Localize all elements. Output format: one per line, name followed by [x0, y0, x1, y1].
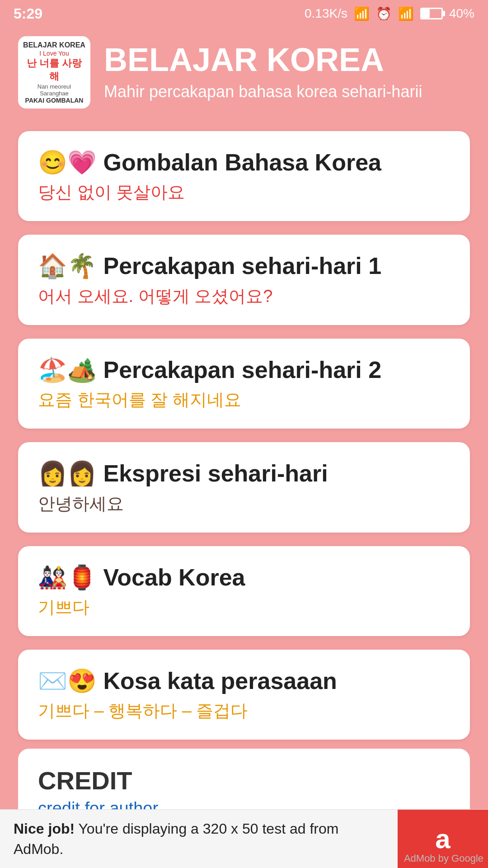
status-time: 5:29: [14, 5, 42, 22]
menu-subtitle-kosa: 기쁘다 – 행복하다 – 즐겁다: [38, 699, 450, 722]
menu-subtitle-ekspresi: 안녕하세요: [38, 492, 450, 515]
admob-logo-icon: a: [435, 823, 450, 854]
menu-title-percakapan2: 🏖️🏕️ Percakapan sehari-hari 2: [38, 356, 450, 384]
menu-title-gombalan: 😊💗 Gombalan Bahasa Korea: [38, 148, 450, 176]
credit-title: CREDIT: [38, 766, 450, 795]
menu-title-vocab: 🎎🏮 Vocab Korea: [38, 563, 450, 591]
status-bar: 5:29 0.13K/s 📶 ⏰ 📶 40%: [0, 0, 488, 27]
logo-top-text: BELAJAR KOREA: [23, 41, 85, 49]
ad-by-google: AdMob by Google: [404, 853, 483, 864]
menu-title-percakapan1: 🏠🌴 Percakapan sehari-hari 1: [38, 252, 450, 280]
menu-card-gombalan[interactable]: 😊💗 Gombalan Bahasa Korea당신 없이 못살아요: [18, 131, 470, 221]
bluetooth-icon: 📶: [354, 6, 370, 21]
menu-card-ekspresi[interactable]: 👩👩 Ekspresi sehari-hari안녕하세요: [18, 442, 470, 532]
status-right: 0.13K/s 📶 ⏰ 📶 40%: [305, 6, 474, 21]
app-header: BELAJAR KOREA I Love You 난 너를 사랑해 Nan me…: [0, 27, 488, 122]
menu-card-percakapan2[interactable]: 🏖️🏕️ Percakapan sehari-hari 2요즘 한국어를 잘 해…: [18, 339, 470, 429]
ad-banner: Nice job! You're displaying a 320 x 50 t…: [0, 809, 488, 868]
logo-love-text: I Love You: [39, 50, 69, 57]
menu-list: 😊💗 Gombalan Bahasa Korea당신 없이 못살아요🏠🌴 Per…: [0, 122, 488, 749]
app-subtitle: Mahir percakapan bahasa korea sehari-har…: [104, 81, 470, 103]
menu-subtitle-gombalan: 당신 없이 못살아요: [38, 181, 450, 204]
ad-text: Nice job! You're displaying a 320 x 50 t…: [14, 819, 384, 859]
menu-title-ekspresi: 👩👩 Ekspresi sehari-hari: [38, 459, 450, 487]
menu-title-kosa: ✉️😍 Kosa kata perasaaan: [38, 667, 450, 695]
logo-bottom-text: PAKAI GOMBALAN: [25, 97, 84, 104]
ad-text-section: Nice job! You're displaying a 320 x 50 t…: [0, 819, 398, 859]
menu-card-kosa[interactable]: ✉️😍 Kosa kata perasaaan기쁘다 – 행복하다 – 즐겁다: [18, 650, 470, 740]
battery-percent: 40%: [449, 6, 474, 21]
signal-icon: 📶: [398, 6, 414, 21]
menu-subtitle-percakapan1: 어서 오세요. 어떻게 오셨어요?: [38, 285, 450, 308]
app-logo: BELAJAR KOREA I Love You 난 너를 사랑해 Nan me…: [18, 36, 90, 108]
battery-icon: [420, 8, 443, 19]
header-text-section: BELAJAR KOREA Mahir percakapan bahasa ko…: [104, 42, 470, 103]
menu-card-vocab[interactable]: 🎎🏮 Vocab Korea기쁘다: [18, 546, 470, 636]
app-title: BELAJAR KOREA: [104, 42, 470, 78]
alarm-icon: ⏰: [376, 6, 392, 21]
menu-card-percakapan1[interactable]: 🏠🌴 Percakapan sehari-hari 1어서 오세요. 어떻게 오…: [18, 235, 470, 325]
logo-korean: 난 너를 사랑해: [23, 57, 86, 83]
menu-subtitle-percakapan2: 요즘 한국어를 잘 해지네요: [38, 388, 450, 411]
ad-bold-text: Nice job!: [14, 821, 75, 837]
logo-romanize: Nan meoreul Saranghae: [23, 83, 86, 97]
menu-subtitle-vocab: 기쁘다: [38, 596, 450, 619]
network-speed: 0.13K/s: [305, 6, 347, 21]
